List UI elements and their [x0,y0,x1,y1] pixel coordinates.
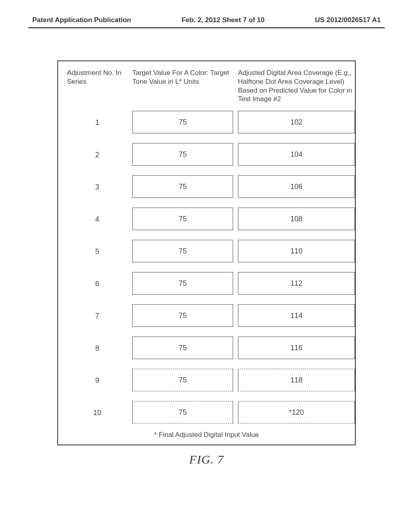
figure-table: Adjustment No. In Series Target Value Fo… [57,60,356,445]
header-right: US 2012/0026517 A1 [315,16,381,24]
table-cell-target: 75 [132,143,233,166]
table-grid: Adjustment No. In Series Target Value Fo… [67,69,346,433]
table-row-index: 10 [67,401,127,424]
table-cell-target: 75 [132,401,233,424]
table-cell-adjusted: 118 [238,369,355,391]
column-header-2: Target Value For A Color: Target Tone Va… [132,69,233,111]
table-cell-target: 75 [132,175,233,198]
table-row-index: 8 [67,337,127,360]
figure-caption: FIG. 7 [24,453,389,466]
header-center: Feb. 2, 2012 Sheet 7 of 10 [181,16,265,24]
table-cell-target: 75 [132,272,233,295]
table-row-index: 7 [67,304,127,328]
table-cell-adjusted: 112 [238,272,355,295]
page: Patent Application Publication Feb. 2, 2… [0,0,413,482]
table-cell-target: 75 [132,369,233,391]
table-row-index: 4 [67,208,127,231]
page-header: Patent Application Publication Feb. 2, 2… [24,16,389,24]
table-row-index: 6 [67,272,127,295]
table-cell-adjusted: 110 [238,240,355,262]
column-header-1: Adjustment No. In Series [67,69,127,111]
header-left: Patent Application Publication [32,16,131,24]
table-row-index: 1 [67,111,127,134]
table-cell-target: 75 [132,240,233,262]
table-cell-target: 75 [132,208,233,230]
table-cell-target: 75 [132,304,233,327]
table-row-index: 2 [67,143,127,166]
table-cell-adjusted: 114 [238,304,355,327]
table-cell-adjusted: 108 [238,208,355,230]
header-rule [28,27,385,28]
table-cell-adjusted: 116 [238,337,355,359]
table-footnote: * Final Adjusted Digital Input Value [67,431,346,439]
table-cell-adjusted: 106 [238,175,355,198]
table-cell-adjusted: 102 [238,111,355,133]
table-row-index: 9 [67,369,127,392]
table-cell-adjusted: 104 [238,143,355,166]
table-row-index: 5 [67,240,127,263]
table-row-index: 3 [67,175,127,199]
table-cell-target: 75 [132,337,233,359]
column-header-3: Adjusted Digital Area Coverage (E.g., Ha… [238,69,355,111]
table-cell-adjusted: *120 [238,401,355,424]
table-cell-target: 75 [132,111,233,133]
